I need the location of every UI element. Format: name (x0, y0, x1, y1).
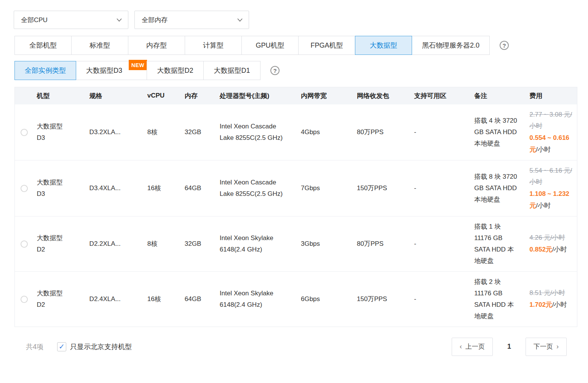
remark-cell: 搭载 2 块 11176 GB SATA HDD 本地硬盘 (474, 276, 518, 322)
processor-cell: Intel Xeon Skylake 6148(2.4 GHz) (220, 288, 288, 311)
instance-picker-page: 全部CPU 全部内存 全部机型 标准型 内存型 计算型 GPU机型 FPGA机型… (0, 0, 588, 383)
header-processor: 处理器型号(主频) (217, 87, 299, 104)
original-price: 2.77 ~ 3.08 元/小时 (529, 109, 577, 132)
header-model: 机型 (35, 87, 87, 104)
chevron-left-icon: ‹ (460, 343, 462, 351)
family-tabs: 全部机型 标准型 内存型 计算型 GPU机型 FPGA机型 大数据型 黑石物理服… (14, 36, 588, 55)
header-spec: 规格 (87, 87, 145, 104)
tab-family-standard[interactable]: 标准型 (71, 36, 128, 55)
header-bandwidth: 内网带宽 (299, 87, 355, 104)
memory-cell: 32GB (182, 216, 217, 271)
instance-table: 机型 规格 vCPU 内存 处理器型号(主频) 内网带宽 网络收发包 支持可用区… (14, 87, 577, 327)
vcpu-cell: 16核 (145, 271, 182, 327)
model-cell: 大数据型D2 (37, 288, 69, 311)
price-unit: /小时 (536, 146, 551, 153)
bandwidth-cell: 7Gbps (299, 160, 355, 216)
instance-radio[interactable] (21, 185, 28, 192)
tab-instance-d1[interactable]: 大数据型D1 (203, 61, 260, 80)
tab-family-baremetal[interactable]: 黑石物理服务器2.0 (412, 36, 490, 55)
original-price: 8.51 元/小时 (529, 287, 577, 299)
zones-cell: - (412, 271, 472, 327)
fee-cell: 8.51 元/小时 1.702元/小时 (527, 271, 577, 327)
header-vcpu: vCPU (145, 87, 182, 104)
price-unit: /小时 (536, 202, 551, 209)
instance-row[interactable]: 大数据型D2 D2.2XLA... 8核 32GB Intel Xeon Sky… (15, 216, 577, 271)
bandwidth-cell: 6Gbps (299, 271, 355, 327)
spec-cell: D3.4XLA... (87, 160, 145, 216)
memory-filter-value: 全部内存 (142, 16, 168, 24)
instance-radio[interactable] (21, 296, 28, 303)
processor-cell: Intel Xeon Cascade Lake 8255C(2.5 GHz) (220, 121, 288, 144)
tab-label: 大数据型D3 (86, 67, 122, 74)
instance-row[interactable]: 大数据型D3 D3.4XLA... 16核 64GB Intel Xeon Ca… (15, 160, 577, 216)
chevron-down-icon (117, 18, 122, 22)
spec-cell: D3.2XLA... (87, 104, 145, 160)
remark-cell: 搭载 1 块 11176 GB SATA HDD 本地硬盘 (474, 221, 518, 267)
radio-column-header (15, 87, 35, 104)
discount-price: 1.702元 (529, 301, 552, 308)
pagination: ‹ 上一页 1 下一页 › (452, 338, 567, 356)
tab-instance-d2[interactable]: 大数据型D2 (147, 61, 204, 80)
tab-family-gpu[interactable]: GPU机型 (241, 36, 299, 55)
memory-cell: 64GB (182, 271, 217, 327)
price-unit: /小时 (552, 246, 567, 253)
tab-family-all[interactable]: 全部机型 (14, 36, 72, 55)
discount-price: 0.852元 (529, 246, 552, 253)
memory-filter-select[interactable]: 全部内存 (134, 11, 249, 29)
original-price: 4.26 元/小时 (529, 232, 577, 244)
chevron-down-icon (237, 18, 243, 22)
instance-row[interactable]: 大数据型D3 D3.2XLA... 8核 32GB Intel Xeon Cas… (15, 104, 577, 160)
header-remark: 备注 (472, 87, 527, 104)
model-cell: 大数据型D2 (37, 232, 69, 255)
new-badge: NEW (129, 60, 147, 70)
current-page-number: 1 (507, 343, 511, 351)
fee-cell: 2.77 ~ 3.08 元/小时 0.554 ~ 0.616元/小时 (527, 104, 577, 160)
filter-bar: 全部CPU 全部内存 (0, 0, 588, 29)
remark-cell: 搭载 8 块 3720 GB SATA HDD 本地硬盘 (474, 171, 518, 205)
prev-page-label: 上一页 (465, 342, 485, 351)
checkbox-label: 只显示北京支持机型 (70, 342, 132, 351)
pps-cell: 150万PPS (355, 160, 412, 216)
checkbox-checked-icon[interactable]: ✓ (57, 342, 66, 351)
instance-row[interactable]: 大数据型D2 D2.4XLA... 16核 64GB Intel Xeon Sk… (15, 271, 577, 327)
model-cell: 大数据型D3 (37, 121, 69, 144)
beijing-only-filter[interactable]: ✓ 只显示北京支持机型 (57, 342, 132, 351)
header-pps: 网络收发包 (355, 87, 412, 104)
tab-family-fpga[interactable]: FPGA机型 (298, 36, 355, 55)
cpu-filter-value: 全部CPU (21, 16, 48, 24)
remark-cell: 搭载 4 块 3720 GB SATA HDD 本地硬盘 (474, 115, 518, 149)
tab-family-bigdata[interactable]: 大数据型 (355, 36, 412, 55)
header-zones: 支持可用区 (412, 87, 472, 104)
tab-family-compute[interactable]: 计算型 (185, 36, 242, 55)
spec-cell: D2.2XLA... (87, 216, 145, 271)
spec-cell: D2.4XLA... (87, 271, 145, 327)
fee-cell: 5.54 ~ 6.16 元/小时 1.108 ~ 1.232元/小时 (527, 160, 577, 216)
original-price: 5.54 ~ 6.16 元/小时 (529, 165, 577, 188)
total-count: 共4项 (26, 342, 43, 351)
instance-radio[interactable] (21, 240, 28, 248)
zones-cell: - (412, 104, 472, 160)
vcpu-cell: 8核 (145, 216, 182, 271)
pps-cell: 80万PPS (355, 216, 412, 271)
bandwidth-cell: 3Gbps (299, 216, 355, 271)
processor-cell: Intel Xeon Skylake 6148(2.4 GHz) (220, 232, 288, 255)
tab-family-memory[interactable]: 内存型 (128, 36, 185, 55)
price-unit: /小时 (552, 301, 567, 308)
help-icon[interactable]: ? (500, 41, 509, 50)
next-page-button[interactable]: 下一页 › (526, 338, 567, 356)
memory-cell: 32GB (182, 104, 217, 160)
model-cell: 大数据型D3 (37, 177, 69, 200)
chevron-right-icon: › (556, 343, 559, 351)
pps-cell: 150万PPS (355, 271, 412, 327)
instance-radio[interactable] (21, 129, 28, 136)
help-icon[interactable]: ? (270, 66, 280, 75)
instance-tabs: 全部实例类型 大数据型D3 NEW 大数据型D2 大数据型D1 ? (14, 61, 588, 80)
prev-page-button[interactable]: ‹ 上一页 (452, 338, 493, 356)
vcpu-cell: 16核 (145, 160, 182, 216)
cpu-filter-select[interactable]: 全部CPU (14, 11, 128, 29)
next-page-label: 下一页 (534, 342, 553, 351)
fee-cell: 4.26 元/小时 0.852元/小时 (527, 216, 577, 271)
tab-instance-d3[interactable]: 大数据型D3 NEW (76, 61, 147, 80)
tab-instance-all[interactable]: 全部实例类型 (14, 61, 76, 80)
memory-cell: 64GB (182, 160, 217, 216)
